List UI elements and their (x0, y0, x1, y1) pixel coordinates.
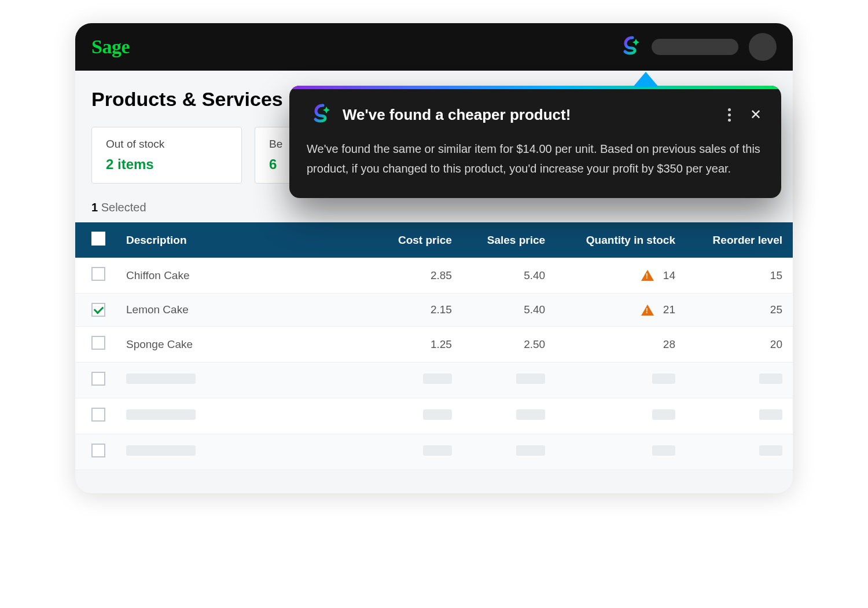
warning-icon (641, 270, 654, 281)
th-reorder[interactable]: Reorder level (686, 222, 793, 258)
th-description[interactable]: Description (116, 222, 374, 258)
popover-title: We've found a cheaper product! (343, 106, 711, 124)
selected-label: Selected (101, 201, 146, 214)
row-checkbox[interactable] (91, 372, 105, 386)
copilot-trigger[interactable] (617, 35, 641, 59)
row-checkbox[interactable] (91, 303, 105, 317)
cell-description: Sponge Cake (116, 327, 374, 362)
select-all-checkbox[interactable] (91, 232, 105, 246)
table-row-skeleton (75, 362, 793, 398)
cell-cost: 1.25 (374, 327, 462, 362)
brand-logo: Sage (91, 36, 130, 58)
search-placeholder-pill[interactable] (652, 39, 738, 55)
table-row[interactable]: Lemon Cake 2.15 5.40 21 25 (75, 294, 793, 327)
cell-description: Chiffon Cake (116, 258, 374, 294)
copilot-popover: We've found a cheaper product! ✕ We've f… (289, 86, 781, 198)
popover-body: We've found the same or similar item for… (289, 133, 781, 198)
copilot-icon (616, 34, 642, 60)
cell-reorder: 15 (686, 258, 793, 294)
cell-qty: 28 (556, 327, 686, 362)
topbar-right (617, 33, 777, 61)
selection-summary: 1 Selected (75, 201, 793, 222)
row-checkbox[interactable] (91, 267, 105, 281)
th-quantity[interactable]: Quantity in stock (556, 222, 686, 258)
cell-cost: 2.85 (374, 258, 462, 294)
cell-reorder: 25 (686, 294, 793, 327)
cell-cost: 2.15 (374, 294, 462, 327)
products-table: Description Cost price Sales price Quant… (75, 222, 793, 470)
kebab-icon (728, 108, 731, 122)
selected-count: 1 (91, 201, 98, 214)
stat-value: 2 items (106, 156, 227, 173)
cell-sales: 5.40 (462, 294, 556, 327)
cell-reorder: 20 (686, 327, 793, 362)
stat-card-out-of-stock[interactable]: Out of stock 2 items (91, 127, 242, 184)
warning-icon (641, 305, 654, 316)
cell-qty: 21 (556, 294, 686, 327)
cell-sales: 2.50 (462, 327, 556, 362)
topbar: Sage (75, 23, 793, 71)
stat-label: Out of stock (106, 138, 227, 151)
table-row-skeleton (75, 434, 793, 470)
app-window: Sage Products & (75, 23, 793, 493)
table-row[interactable]: Sponge Cake 1.25 2.50 28 20 (75, 327, 793, 362)
th-cost-price[interactable]: Cost price (374, 222, 462, 258)
row-checkbox[interactable] (91, 336, 105, 350)
avatar[interactable] (749, 33, 777, 61)
cell-description: Lemon Cake (116, 294, 374, 327)
cell-qty: 14 (556, 258, 686, 294)
copilot-icon (307, 102, 332, 127)
table-row-skeleton (75, 398, 793, 434)
row-checkbox[interactable] (91, 408, 105, 422)
popover-header: We've found a cheaper product! ✕ (289, 89, 781, 133)
copilot-popover-wrap: We've found a cheaper product! ✕ We've f… (289, 86, 793, 198)
row-checkbox[interactable] (91, 444, 105, 457)
cell-sales: 5.40 (462, 258, 556, 294)
close-icon: ✕ (750, 108, 762, 122)
table-row[interactable]: Chiffon Cake 2.85 5.40 14 15 (75, 258, 793, 294)
close-button[interactable]: ✕ (748, 107, 764, 123)
more-options-button[interactable] (721, 107, 737, 123)
th-sales-price[interactable]: Sales price (462, 222, 556, 258)
